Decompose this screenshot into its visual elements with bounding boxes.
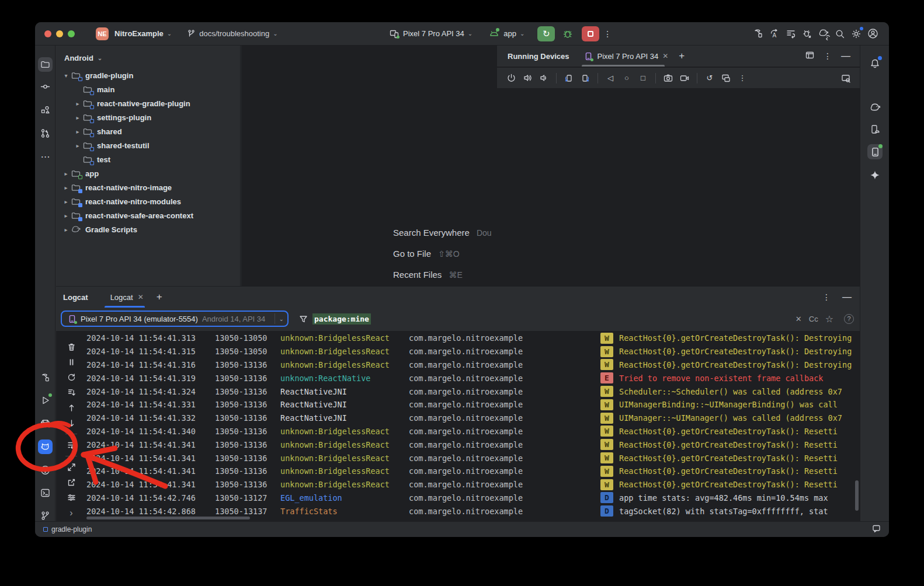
help-button[interactable]: ? — [844, 314, 854, 324]
kebab-icon[interactable]: ⋮ — [822, 292, 831, 302]
maximize-window-button[interactable] — [68, 30, 75, 37]
close-icon[interactable]: ✕ — [662, 52, 668, 60]
gemini-tool-button[interactable] — [867, 168, 883, 183]
apply-changes-button[interactable] — [799, 26, 815, 42]
horizontal-scrollbar[interactable] — [86, 517, 250, 519]
project-tool-button[interactable] — [38, 57, 53, 72]
new-logcat-tab-button[interactable]: + — [157, 291, 162, 303]
commit-tool-button[interactable] — [38, 79, 53, 94]
tree-item[interactable]: ▸ react-native-nitro-modules — [61, 194, 235, 208]
pull-requests-tool-button[interactable] — [38, 126, 53, 141]
app-quality-insights-tool-button[interactable] — [38, 416, 53, 431]
tree-chevron-icon[interactable]: ▸ — [72, 114, 83, 121]
device-tab[interactable]: Pixel 7 Pro API 34 ✕ — [584, 46, 668, 67]
kebab-icon[interactable]: ⋮ — [735, 71, 749, 85]
close-icon[interactable]: ✕ — [138, 293, 144, 301]
tree-item[interactable]: ▸ Gradle Scripts — [61, 222, 235, 236]
tree-chevron-icon[interactable]: ▸ — [61, 198, 71, 205]
log-row[interactable]: 2024-10-14 11:54:41.341 13050-13136 unkn… — [86, 465, 854, 478]
logcat-settings-button[interactable] — [65, 491, 78, 504]
split-panel-button[interactable] — [65, 461, 78, 473]
structure-tool-button[interactable] — [38, 103, 53, 117]
log-row[interactable]: 2024-10-14 11:54:41.332 13050-13136 Reac… — [86, 411, 854, 425]
match-case-toggle[interactable]: Cc — [809, 315, 818, 323]
snapshot-restore-button[interactable]: ↺ — [703, 71, 717, 85]
build-variants-button[interactable] — [783, 26, 799, 42]
log-row[interactable]: 2024-10-14 11:54:42.746 13050-13127 EGL_… — [86, 491, 854, 505]
hide-panel-button[interactable]: — — [842, 292, 852, 302]
hide-panel-button[interactable]: — — [841, 51, 850, 61]
back-button[interactable]: ◁ — [603, 71, 617, 85]
problems-tool-button[interactable] — [38, 463, 53, 477]
project-view-selector[interactable]: Android ⌄ — [56, 46, 240, 68]
log-row[interactable]: 2024-10-14 11:54:42.868 13050-13137 Traf… — [86, 504, 854, 517]
account-button[interactable] — [864, 26, 881, 42]
notifications-tool-button[interactable] — [867, 56, 883, 71]
logcat-filter-field[interactable]: package:mine ✕ Cc ☆ — [294, 311, 838, 327]
log-row[interactable]: 2024-10-14 11:54:41.341 13050-13136 unkn… — [86, 438, 854, 451]
status-module[interactable]: gradle-plugin — [43, 525, 92, 533]
tree-item[interactable]: ▾ gradle-plugin — [61, 68, 235, 82]
logcat-tab[interactable]: Logcat ✕ — [110, 287, 144, 308]
power-button[interactable] — [504, 71, 518, 85]
soft-wrap-button[interactable] — [65, 439, 78, 451]
log-row[interactable]: 2024-10-14 11:54:41.341 13050-13136 unkn… — [86, 478, 854, 491]
tree-chevron-icon[interactable]: ▸ — [61, 226, 71, 233]
tree-item[interactable]: ▸ react-native-safe-area-context — [61, 208, 235, 222]
tree-item[interactable]: main — [61, 82, 235, 96]
log-row[interactable]: 2024-10-14 11:54:41.319 13050-13136 unkn… — [86, 371, 854, 385]
tree-chevron-icon[interactable]: ▸ — [61, 184, 71, 191]
log-row[interactable]: 2024-10-14 11:54:41.316 13050-13136 unkn… — [86, 358, 854, 372]
restart-logcat-button[interactable] — [65, 371, 78, 383]
vcs-branch-selector[interactable]: docs/troubleshooting ⌄ — [187, 29, 277, 38]
project-selector[interactable]: NitroExample ⌄ — [114, 29, 172, 38]
more-tool-windows-button[interactable]: ⋯ — [38, 149, 53, 164]
tree-item[interactable]: ▸ shared — [61, 124, 235, 138]
volume-up-button[interactable] — [520, 71, 534, 85]
screenshot-button[interactable] — [661, 71, 675, 85]
log-row[interactable]: 2024-10-14 11:54:41.341 13050-13136 unkn… — [86, 451, 854, 465]
tree-item[interactable]: ▸ react-native-gradle-plugin — [61, 96, 235, 110]
rerun-app-button[interactable]: ↻ — [537, 26, 555, 41]
search-everywhere-button[interactable] — [832, 26, 848, 42]
layout-options-button[interactable] — [805, 51, 814, 62]
stop-app-button[interactable] — [582, 26, 599, 41]
tree-item[interactable]: ▸ settings-plugin — [61, 110, 235, 124]
more-run-actions-button[interactable]: ⋮ — [599, 26, 616, 42]
tree-chevron-icon[interactable]: ▸ — [72, 142, 83, 149]
tree-item[interactable]: ▸ react-native-nitro-image — [61, 180, 235, 194]
scroll-to-end-button[interactable] — [65, 386, 78, 399]
more-tools-chevron[interactable]: › — [65, 507, 78, 519]
debug-app-button[interactable] — [560, 26, 576, 42]
vertical-scrollbar[interactable] — [855, 480, 859, 511]
volume-down-button[interactable] — [537, 71, 551, 85]
minimize-window-button[interactable] — [56, 30, 63, 37]
favorite-filter-star-icon[interactable]: ☆ — [825, 313, 833, 325]
log-row[interactable]: 2024-10-14 11:54:41.313 13050-13050 unkn… — [86, 332, 854, 345]
add-device-tab-button[interactable]: + — [679, 50, 685, 62]
run-configuration-selector[interactable]: app ⌄ — [489, 29, 524, 39]
run-tool-button[interactable] — [38, 393, 53, 407]
log-row[interactable]: 2024-10-14 11:54:41.315 13050-13050 unkn… — [86, 345, 854, 358]
build-tool-button[interactable] — [38, 371, 53, 385]
record-screen-button[interactable] — [678, 71, 692, 85]
gradle-sync-button[interactable] — [815, 26, 832, 42]
export-logs-button[interactable] — [65, 476, 78, 489]
log-row[interactable]: 2024-10-14 11:54:41.324 13050-13136 Reac… — [86, 385, 854, 398]
close-window-button[interactable] — [44, 30, 51, 37]
tree-item[interactable]: ▸ shared-testutil — [61, 138, 235, 152]
settings-button[interactable] — [848, 26, 864, 42]
clear-filter-icon[interactable]: ✕ — [796, 315, 802, 323]
target-device-selector[interactable]: Pixel 7 Pro API 34 ⌄ — [390, 29, 473, 39]
status-bar-right[interactable] — [872, 524, 881, 535]
kebab-icon[interactable]: ⋮ — [824, 51, 832, 61]
tree-chevron-icon[interactable]: ▸ — [61, 212, 71, 219]
gradle-tool-button[interactable] — [867, 99, 883, 114]
log-row[interactable]: 2024-10-14 11:54:41.331 13050-13136 Reac… — [86, 398, 854, 411]
terminal-tool-button[interactable] — [38, 486, 53, 500]
tree-item[interactable]: test — [61, 152, 235, 166]
previous-occurrence-button[interactable] — [65, 402, 78, 414]
tree-item[interactable]: ▸ app — [61, 166, 235, 180]
home-button[interactable]: ○ — [620, 71, 634, 85]
tree-chevron-icon[interactable]: ▸ — [61, 170, 71, 177]
